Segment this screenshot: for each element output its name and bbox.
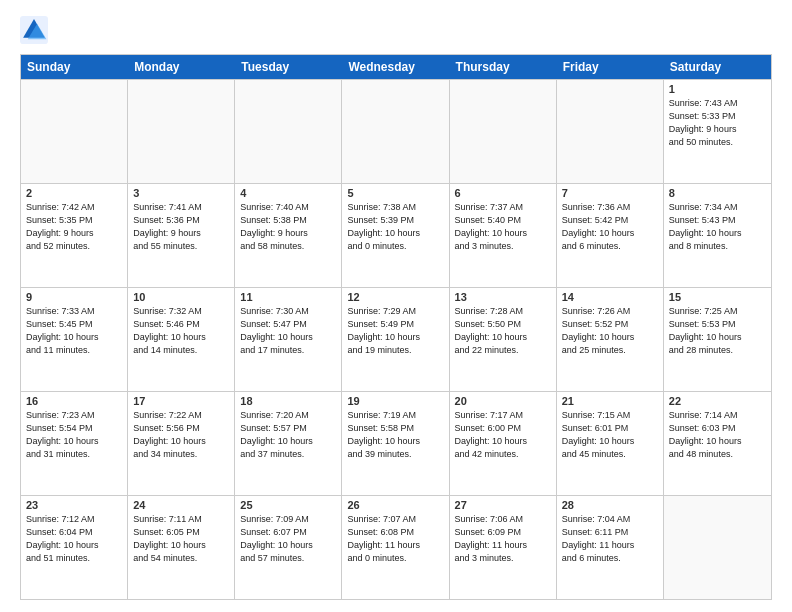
day-number: 23 <box>26 499 122 511</box>
cal-cell <box>664 496 771 599</box>
cal-cell: 26Sunrise: 7:07 AM Sunset: 6:08 PM Dayli… <box>342 496 449 599</box>
cal-cell: 25Sunrise: 7:09 AM Sunset: 6:07 PM Dayli… <box>235 496 342 599</box>
day-number: 10 <box>133 291 229 303</box>
day-number: 28 <box>562 499 658 511</box>
day-number: 6 <box>455 187 551 199</box>
day-info: Sunrise: 7:42 AM Sunset: 5:35 PM Dayligh… <box>26 201 122 253</box>
day-info: Sunrise: 7:40 AM Sunset: 5:38 PM Dayligh… <box>240 201 336 253</box>
day-number: 9 <box>26 291 122 303</box>
day-info: Sunrise: 7:11 AM Sunset: 6:05 PM Dayligh… <box>133 513 229 565</box>
day-info: Sunrise: 7:30 AM Sunset: 5:47 PM Dayligh… <box>240 305 336 357</box>
cal-cell <box>557 80 664 183</box>
cal-cell: 13Sunrise: 7:28 AM Sunset: 5:50 PM Dayli… <box>450 288 557 391</box>
day-info: Sunrise: 7:12 AM Sunset: 6:04 PM Dayligh… <box>26 513 122 565</box>
day-info: Sunrise: 7:28 AM Sunset: 5:50 PM Dayligh… <box>455 305 551 357</box>
week-row-1: 1Sunrise: 7:43 AM Sunset: 5:33 PM Daylig… <box>21 79 771 183</box>
cal-cell <box>128 80 235 183</box>
cal-cell <box>235 80 342 183</box>
day-info: Sunrise: 7:20 AM Sunset: 5:57 PM Dayligh… <box>240 409 336 461</box>
cal-cell <box>450 80 557 183</box>
weekday-header-wednesday: Wednesday <box>342 55 449 79</box>
cal-cell: 1Sunrise: 7:43 AM Sunset: 5:33 PM Daylig… <box>664 80 771 183</box>
cal-cell: 9Sunrise: 7:33 AM Sunset: 5:45 PM Daylig… <box>21 288 128 391</box>
day-info: Sunrise: 7:34 AM Sunset: 5:43 PM Dayligh… <box>669 201 766 253</box>
cal-cell: 20Sunrise: 7:17 AM Sunset: 6:00 PM Dayli… <box>450 392 557 495</box>
cal-cell: 3Sunrise: 7:41 AM Sunset: 5:36 PM Daylig… <box>128 184 235 287</box>
day-number: 19 <box>347 395 443 407</box>
day-number: 20 <box>455 395 551 407</box>
day-number: 4 <box>240 187 336 199</box>
cal-cell: 4Sunrise: 7:40 AM Sunset: 5:38 PM Daylig… <box>235 184 342 287</box>
day-info: Sunrise: 7:26 AM Sunset: 5:52 PM Dayligh… <box>562 305 658 357</box>
cal-cell: 8Sunrise: 7:34 AM Sunset: 5:43 PM Daylig… <box>664 184 771 287</box>
day-number: 22 <box>669 395 766 407</box>
day-info: Sunrise: 7:15 AM Sunset: 6:01 PM Dayligh… <box>562 409 658 461</box>
day-info: Sunrise: 7:29 AM Sunset: 5:49 PM Dayligh… <box>347 305 443 357</box>
cal-cell: 17Sunrise: 7:22 AM Sunset: 5:56 PM Dayli… <box>128 392 235 495</box>
day-info: Sunrise: 7:22 AM Sunset: 5:56 PM Dayligh… <box>133 409 229 461</box>
day-info: Sunrise: 7:25 AM Sunset: 5:53 PM Dayligh… <box>669 305 766 357</box>
day-number: 11 <box>240 291 336 303</box>
day-info: Sunrise: 7:23 AM Sunset: 5:54 PM Dayligh… <box>26 409 122 461</box>
cal-cell: 21Sunrise: 7:15 AM Sunset: 6:01 PM Dayli… <box>557 392 664 495</box>
week-row-3: 9Sunrise: 7:33 AM Sunset: 5:45 PM Daylig… <box>21 287 771 391</box>
cal-cell <box>342 80 449 183</box>
day-number: 21 <box>562 395 658 407</box>
logo-icon <box>20 16 48 44</box>
day-number: 8 <box>669 187 766 199</box>
cal-cell: 2Sunrise: 7:42 AM Sunset: 5:35 PM Daylig… <box>21 184 128 287</box>
cal-cell <box>21 80 128 183</box>
logo <box>20 16 54 44</box>
page-header <box>20 16 772 44</box>
day-number: 24 <box>133 499 229 511</box>
cal-cell: 14Sunrise: 7:26 AM Sunset: 5:52 PM Dayli… <box>557 288 664 391</box>
day-number: 12 <box>347 291 443 303</box>
cal-cell: 23Sunrise: 7:12 AM Sunset: 6:04 PM Dayli… <box>21 496 128 599</box>
cal-cell: 5Sunrise: 7:38 AM Sunset: 5:39 PM Daylig… <box>342 184 449 287</box>
cal-cell: 10Sunrise: 7:32 AM Sunset: 5:46 PM Dayli… <box>128 288 235 391</box>
day-number: 2 <box>26 187 122 199</box>
day-info: Sunrise: 7:37 AM Sunset: 5:40 PM Dayligh… <box>455 201 551 253</box>
day-info: Sunrise: 7:04 AM Sunset: 6:11 PM Dayligh… <box>562 513 658 565</box>
day-info: Sunrise: 7:14 AM Sunset: 6:03 PM Dayligh… <box>669 409 766 461</box>
day-info: Sunrise: 7:41 AM Sunset: 5:36 PM Dayligh… <box>133 201 229 253</box>
cal-cell: 24Sunrise: 7:11 AM Sunset: 6:05 PM Dayli… <box>128 496 235 599</box>
day-number: 14 <box>562 291 658 303</box>
cal-cell: 7Sunrise: 7:36 AM Sunset: 5:42 PM Daylig… <box>557 184 664 287</box>
cal-cell: 22Sunrise: 7:14 AM Sunset: 6:03 PM Dayli… <box>664 392 771 495</box>
cal-cell: 16Sunrise: 7:23 AM Sunset: 5:54 PM Dayli… <box>21 392 128 495</box>
weekday-header-friday: Friday <box>557 55 664 79</box>
cal-cell: 12Sunrise: 7:29 AM Sunset: 5:49 PM Dayli… <box>342 288 449 391</box>
day-number: 5 <box>347 187 443 199</box>
cal-cell: 11Sunrise: 7:30 AM Sunset: 5:47 PM Dayli… <box>235 288 342 391</box>
week-row-2: 2Sunrise: 7:42 AM Sunset: 5:35 PM Daylig… <box>21 183 771 287</box>
day-number: 13 <box>455 291 551 303</box>
calendar-header: SundayMondayTuesdayWednesdayThursdayFrid… <box>21 55 771 79</box>
day-info: Sunrise: 7:36 AM Sunset: 5:42 PM Dayligh… <box>562 201 658 253</box>
calendar-body: 1Sunrise: 7:43 AM Sunset: 5:33 PM Daylig… <box>21 79 771 599</box>
day-number: 1 <box>669 83 766 95</box>
day-info: Sunrise: 7:33 AM Sunset: 5:45 PM Dayligh… <box>26 305 122 357</box>
day-info: Sunrise: 7:07 AM Sunset: 6:08 PM Dayligh… <box>347 513 443 565</box>
calendar: SundayMondayTuesdayWednesdayThursdayFrid… <box>20 54 772 600</box>
week-row-5: 23Sunrise: 7:12 AM Sunset: 6:04 PM Dayli… <box>21 495 771 599</box>
weekday-header-saturday: Saturday <box>664 55 771 79</box>
cal-cell: 6Sunrise: 7:37 AM Sunset: 5:40 PM Daylig… <box>450 184 557 287</box>
day-info: Sunrise: 7:17 AM Sunset: 6:00 PM Dayligh… <box>455 409 551 461</box>
cal-cell: 27Sunrise: 7:06 AM Sunset: 6:09 PM Dayli… <box>450 496 557 599</box>
day-info: Sunrise: 7:38 AM Sunset: 5:39 PM Dayligh… <box>347 201 443 253</box>
day-number: 7 <box>562 187 658 199</box>
cal-cell: 18Sunrise: 7:20 AM Sunset: 5:57 PM Dayli… <box>235 392 342 495</box>
day-info: Sunrise: 7:06 AM Sunset: 6:09 PM Dayligh… <box>455 513 551 565</box>
day-info: Sunrise: 7:43 AM Sunset: 5:33 PM Dayligh… <box>669 97 766 149</box>
cal-cell: 19Sunrise: 7:19 AM Sunset: 5:58 PM Dayli… <box>342 392 449 495</box>
day-number: 18 <box>240 395 336 407</box>
day-info: Sunrise: 7:32 AM Sunset: 5:46 PM Dayligh… <box>133 305 229 357</box>
day-number: 16 <box>26 395 122 407</box>
day-number: 17 <box>133 395 229 407</box>
day-info: Sunrise: 7:09 AM Sunset: 6:07 PM Dayligh… <box>240 513 336 565</box>
day-number: 26 <box>347 499 443 511</box>
day-number: 3 <box>133 187 229 199</box>
weekday-header-monday: Monday <box>128 55 235 79</box>
weekday-header-sunday: Sunday <box>21 55 128 79</box>
